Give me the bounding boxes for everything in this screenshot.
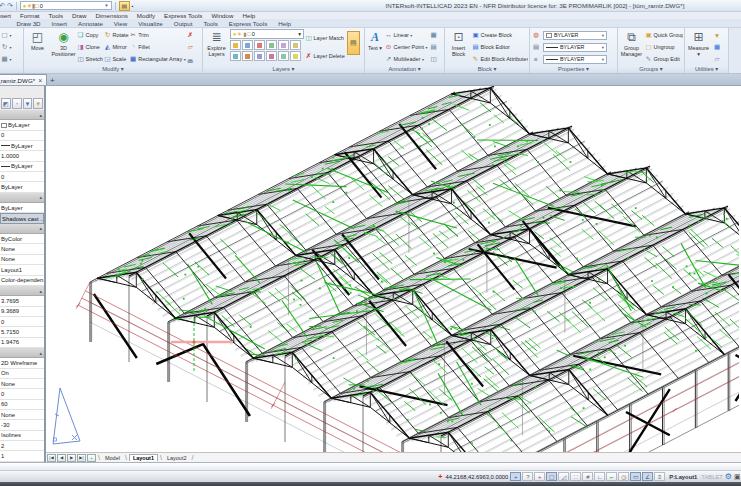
layer-tool-icon[interactable] bbox=[278, 51, 289, 61]
layout-tab-layout1[interactable]: Layout1 bbox=[129, 454, 158, 461]
lwt-toggle[interactable]: ▭ bbox=[630, 472, 641, 481]
property-value-row[interactable]: Shadows cast ... bbox=[0, 213, 44, 223]
ribbon-button-rectangular-array[interactable]: ▦Rectangular Array▾ bbox=[130, 54, 186, 64]
ribbon-group-label-groups[interactable]: Groups ▾ bbox=[618, 65, 684, 73]
snapgrid-toggle[interactable]: ∷ bbox=[570, 472, 581, 481]
property-value-row[interactable]: ByLayer bbox=[0, 162, 44, 172]
menu-tools[interactable]: Tools bbox=[44, 12, 67, 19]
chevron-down-icon[interactable]: ▼ bbox=[104, 3, 108, 8]
ribbon-tab-view[interactable]: View bbox=[108, 20, 132, 27]
layout-nav-button[interactable]: ▶| bbox=[77, 454, 86, 462]
menu-draw[interactable]: Draw bbox=[68, 12, 91, 19]
properties-section-header[interactable]: ▴ bbox=[0, 193, 44, 203]
ribbon-button-center-point[interactable]: ⊙Center Point▾ bbox=[385, 42, 428, 52]
menu-express-tools[interactable]: Express Tools bbox=[160, 12, 207, 19]
selection-toggle[interactable]: ▢ bbox=[546, 472, 557, 481]
property-value-row[interactable]: 0 bbox=[0, 131, 44, 141]
ribbon-button-edit-block-attributes[interactable]: ✎Edit Block Attributes bbox=[472, 54, 528, 64]
layout-mode-label[interactable]: P:Layout1 bbox=[669, 474, 697, 480]
ribbon-button-trim[interactable]: ✂Trim bbox=[130, 30, 186, 40]
filter-color-icon[interactable]: ▼ bbox=[33, 98, 43, 109]
property-value-row[interactable]: 0 bbox=[0, 317, 44, 327]
utility-tool-icon[interactable]: ▼ bbox=[712, 30, 722, 40]
ribbon-button-linear[interactable]: ↔Linear▾ bbox=[385, 30, 428, 40]
property-value-row[interactable]: 3.7695 bbox=[0, 296, 44, 306]
ribbon-button-explore-layers[interactable]: ≣Explore Layers bbox=[204, 29, 229, 65]
new-tab-button[interactable]: + bbox=[47, 75, 57, 85]
ribbon-tab-visualize[interactable]: Visualize bbox=[133, 20, 169, 27]
layer-tool-icon[interactable] bbox=[266, 51, 277, 61]
ribbon-button-clone[interactable]: ◨Clone bbox=[77, 42, 103, 52]
rows-toggle[interactable]: ≡ bbox=[654, 472, 665, 481]
ribbon-button-scale[interactable]: ◲Scale bbox=[104, 54, 129, 64]
menu-dimensions[interactable]: Dimensions bbox=[91, 12, 132, 19]
property-tool-icon[interactable]: ◍ bbox=[531, 30, 541, 40]
property-combo-line[interactable]: BYLAYER▾ bbox=[543, 43, 607, 52]
property-combo-line[interactable]: BYLAYER▾ bbox=[543, 55, 607, 64]
property-value-row[interactable]: 9.3689 bbox=[0, 307, 44, 317]
property-value-row[interactable]: 0 bbox=[0, 172, 44, 182]
layers-palette-toggle[interactable]: ▤ bbox=[347, 31, 360, 55]
ribbon-tab-tools[interactable]: Tools bbox=[198, 20, 223, 27]
ribbon-button-copy[interactable]: ❏Copy bbox=[77, 30, 103, 40]
redo-icon[interactable]: ↷ bbox=[7, 1, 13, 11]
ribbon-button-text[interactable]: AText ▾ bbox=[366, 29, 384, 65]
document-tab[interactable]: tüm_ramiz.DWG* × bbox=[0, 74, 47, 85]
layer-tool-icon[interactable] bbox=[242, 51, 253, 61]
ribbon-button-tool[interactable]: ▦▾ bbox=[1, 54, 21, 64]
property-value-row[interactable]: 2 bbox=[0, 441, 44, 451]
property-value-row[interactable]: ByLayer bbox=[0, 120, 44, 130]
ribbon-button-3d-positioner[interactable]: ◉3D Positioner bbox=[51, 29, 76, 65]
property-combo-swatch[interactable]: BYLAYER▾ bbox=[543, 31, 607, 40]
property-value-row[interactable]: 2D Wireframe bbox=[0, 358, 44, 368]
ribbon-button-fillet[interactable]: ◝Fillet bbox=[130, 42, 186, 52]
property-value-row[interactable]: ByLayer bbox=[0, 203, 44, 213]
ribbon-tab-express-tools[interactable]: Express Tools bbox=[223, 20, 272, 27]
ribbon-group-label-block[interactable]: Block ▾ bbox=[445, 65, 529, 73]
ribbon-button-group-edit[interactable]: ✎Group Edit bbox=[645, 54, 683, 64]
ribbon-tab-help[interactable]: Help bbox=[273, 20, 297, 27]
filter-icon[interactable]: ▼ bbox=[23, 98, 33, 109]
layout-nav-button[interactable]: + bbox=[87, 454, 96, 462]
layer-tool-icon[interactable] bbox=[278, 40, 289, 50]
prompt-toggle[interactable]: ? bbox=[522, 472, 533, 481]
layer-combo[interactable]: ●☀▮□ 0 ▼ bbox=[20, 1, 112, 10]
property-value-row[interactable]: None bbox=[0, 255, 44, 265]
property-value-row[interactable]: Color-dependen... bbox=[0, 276, 44, 286]
layout-nav-button[interactable]: ◀ bbox=[57, 454, 66, 462]
properties-section-header[interactable]: ▴ bbox=[0, 110, 44, 120]
angle-toggle[interactable]: ∠ bbox=[642, 472, 653, 481]
layer-tool-icon[interactable] bbox=[230, 40, 241, 50]
property-value-row[interactable]: 1.9476 bbox=[0, 338, 44, 348]
ribbon-tab-annotate[interactable]: Annotate bbox=[73, 20, 109, 27]
property-value-row[interactable]: ByLayer bbox=[0, 141, 44, 151]
tracking-toggle[interactable]: + bbox=[534, 472, 545, 481]
ribbon-tab-insert[interactable]: Insert bbox=[46, 20, 72, 27]
annotation-tool-icon[interactable]: ◫ bbox=[429, 54, 439, 64]
property-value-row[interactable]: Isolines bbox=[0, 431, 44, 441]
ribbon-button-group-manager[interactable]: ⧉Group Manager bbox=[619, 29, 644, 65]
menu-help[interactable]: Help bbox=[238, 12, 260, 19]
ortho-toggle[interactable]: ∟ bbox=[594, 472, 605, 481]
ribbon-tab-output[interactable]: Output bbox=[168, 20, 198, 27]
ribbon-button-move[interactable]: ◰Move bbox=[25, 29, 50, 65]
annotation-tool-icon[interactable]: ▤ bbox=[429, 42, 439, 52]
set-layer-button[interactable]: ▤ bbox=[119, 1, 130, 11]
layer-tool-icon[interactable] bbox=[242, 40, 253, 50]
ucs-toggle[interactable]: ⌐ bbox=[606, 472, 617, 481]
menu-modify[interactable]: Modify bbox=[132, 12, 159, 19]
ribbon-button-tool[interactable]: ↻▾ bbox=[1, 42, 21, 52]
grid-toggle[interactable]: # bbox=[582, 472, 593, 481]
property-value-row[interactable]: 1.0000 bbox=[0, 151, 44, 161]
ribbon-button-tool[interactable]: ▱ bbox=[187, 42, 198, 52]
ribbon-button-mirror[interactable]: ◭Mirror bbox=[104, 42, 129, 52]
ribbon-button-layer-match[interactable]: ◫Layer Match bbox=[305, 33, 345, 43]
property-tool-icon[interactable]: ▤ bbox=[531, 42, 541, 52]
ribbon-group-label-annotation[interactable]: Annotation ▾ bbox=[365, 65, 444, 73]
property-value-row[interactable]: -30 bbox=[0, 420, 44, 430]
ribbon-tab-draw-3d[interactable]: Draw 3D bbox=[11, 20, 46, 27]
properties-section-header[interactable]: ▴ bbox=[0, 224, 44, 234]
drawing-viewport[interactable] bbox=[46, 86, 741, 452]
ribbon-button-tool[interactable]: ▢▾ bbox=[1, 30, 21, 40]
property-value-row[interactable]: 0 bbox=[0, 389, 44, 399]
